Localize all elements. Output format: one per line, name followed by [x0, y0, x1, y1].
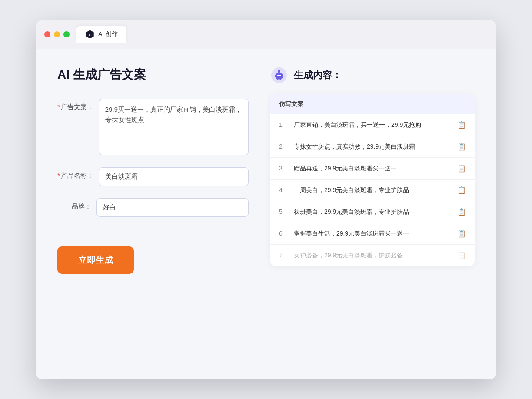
page-title: AI 生成广告文案: [57, 66, 249, 83]
table-header: 仿写文案: [270, 94, 475, 114]
row-number: 2: [279, 143, 287, 150]
row-text: 掌握美白生活，29.9元美白淡斑霜买一送一: [294, 229, 450, 238]
row-text: 女神必备，29.9元美白淡斑霜，护肤必备: [294, 251, 450, 260]
svg-rect-5: [279, 75, 281, 76]
tab-label: AI 创作: [98, 30, 118, 38]
svg-rect-4: [277, 75, 279, 76]
row-number: 7: [279, 252, 287, 259]
results-header: 生成内容：: [270, 66, 475, 84]
right-panel: 生成内容： 仿写文案 1 厂家直销，美白淡斑霜，买一送一，29.9元抢购 📋 2…: [270, 66, 475, 274]
browser-window: AI AI 创作 AI 生成广告文案 *广告文案： 29.9买一送一，真正的厂家…: [36, 20, 496, 379]
browser-content: AI 生成广告文案 *广告文案： 29.9买一送一，真正的厂家直销，美白淡斑霜，…: [36, 49, 496, 379]
row-number: 4: [279, 186, 287, 193]
svg-rect-9: [283, 75, 284, 77]
required-star: *: [57, 103, 60, 110]
svg-text:AI: AI: [88, 33, 91, 37]
table-row: 5 祛斑美白，29.9元美白淡斑霜，专业护肤品 📋: [270, 201, 475, 223]
row-text: 祛斑美白，29.9元美白淡斑霜，专业护肤品: [294, 207, 450, 216]
brand-label: 品牌：: [57, 198, 96, 211]
results-table: 仿写文案 1 厂家直销，美白淡斑霜，买一送一，29.9元抢购 📋 2 专抹女性斑…: [270, 94, 475, 266]
ad-copy-group: *广告文案： 29.9买一送一，真正的厂家直销，美白淡斑霜，专抹女性斑点: [57, 99, 249, 155]
table-row: 6 掌握美白生活，29.9元美白淡斑霜买一送一 📋: [270, 223, 475, 245]
row-text: 专抹女性斑点，真实功效，29.9元美白淡斑霜: [294, 142, 450, 151]
generate-button[interactable]: 立即生成: [57, 246, 134, 274]
titlebar: AI AI 创作: [36, 20, 496, 49]
copy-icon[interactable]: 📋: [457, 143, 466, 151]
close-button[interactable]: [44, 31, 50, 37]
row-number: 6: [279, 230, 287, 237]
copy-icon[interactable]: 📋: [457, 121, 466, 129]
row-text: 厂家直销，美白淡斑霜，买一送一，29.9元抢购: [294, 120, 450, 130]
ai-tab-icon: AI: [85, 30, 95, 39]
maximize-button[interactable]: [63, 31, 70, 37]
ad-copy-label: *广告文案：: [57, 99, 99, 111]
minimize-button[interactable]: [54, 31, 60, 37]
row-number: 1: [279, 121, 287, 128]
copy-icon[interactable]: 📋: [457, 229, 466, 238]
svg-point-7: [278, 70, 280, 72]
svg-rect-6: [278, 72, 280, 73]
left-panel: AI 生成广告文案 *广告文案： 29.9买一送一，真正的厂家直销，美白淡斑霜，…: [57, 66, 249, 274]
traffic-lights: [44, 31, 70, 37]
svg-rect-3: [276, 73, 283, 79]
product-name-input[interactable]: [99, 167, 249, 186]
product-name-group: *产品名称：: [57, 167, 249, 186]
row-number: 3: [279, 165, 287, 172]
brand-group: 品牌：: [57, 198, 249, 217]
ad-copy-textarea[interactable]: 29.9买一送一，真正的厂家直销，美白淡斑霜，专抹女性斑点: [99, 99, 249, 155]
results-rows-container: 1 厂家直销，美白淡斑霜，买一送一，29.9元抢购 📋 2 专抹女性斑点，真实功…: [270, 114, 475, 266]
browser-tab[interactable]: AI AI 创作: [76, 26, 126, 43]
brand-input[interactable]: [96, 198, 249, 217]
table-row: 1 厂家直销，美白淡斑霜，买一送一，29.9元抢购 📋: [270, 114, 475, 136]
table-row: 7 女神必备，29.9元美白淡斑霜，护肤必备 📋: [270, 245, 475, 266]
svg-rect-8: [275, 75, 276, 77]
svg-rect-10: [277, 79, 279, 80]
product-name-label: *产品名称：: [57, 167, 99, 180]
results-title: 生成内容：: [294, 69, 342, 82]
product-required-star: *: [57, 172, 60, 179]
svg-rect-11: [280, 79, 282, 80]
row-text: 一周美白，29.9元美白淡斑霜，专业护肤品: [294, 186, 450, 195]
copy-icon[interactable]: 📋: [457, 208, 466, 216]
copy-icon[interactable]: 📋: [457, 251, 466, 259]
table-row: 2 专抹女性斑点，真实功效，29.9元美白淡斑霜 📋: [270, 136, 475, 158]
main-layout: AI 生成广告文案 *广告文案： 29.9买一送一，真正的厂家直销，美白淡斑霜，…: [57, 66, 475, 274]
table-row: 3 赠品再送，29.9元美白淡斑霜买一送一 📋: [270, 158, 475, 180]
copy-icon[interactable]: 📋: [457, 164, 466, 173]
table-row: 4 一周美白，29.9元美白淡斑霜，专业护肤品 📋: [270, 180, 475, 201]
row-number: 5: [279, 208, 287, 215]
copy-icon[interactable]: 📋: [457, 186, 466, 194]
robot-icon: [270, 66, 288, 84]
row-text: 赠品再送，29.9元美白淡斑霜买一送一: [294, 164, 450, 173]
